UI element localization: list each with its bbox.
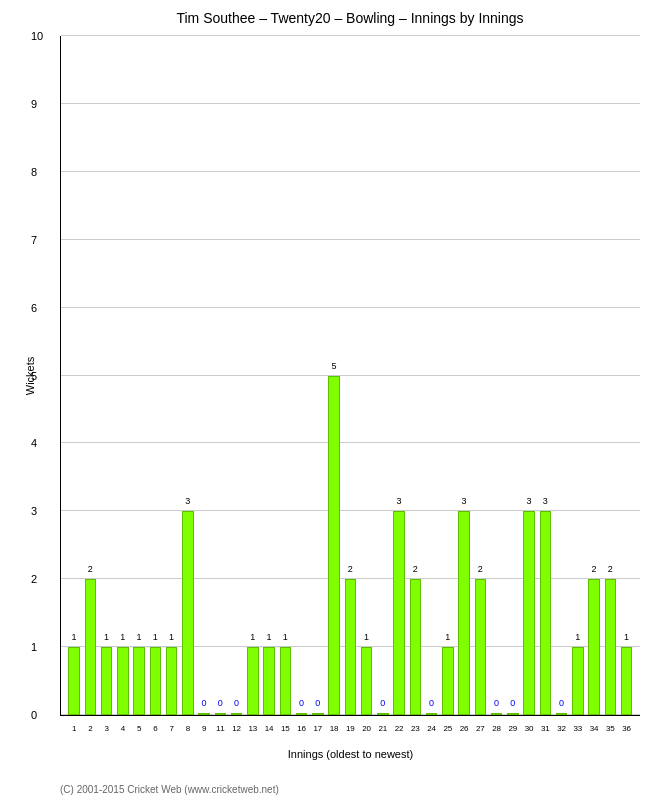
bars-wrapper: 1122131415161738090110121131141150160175… xyxy=(61,36,640,715)
bar-group: 17 xyxy=(164,36,180,715)
x-tick-label: 15 xyxy=(281,724,290,733)
bar-group: 120 xyxy=(359,36,375,715)
bar: 1 xyxy=(621,647,632,715)
x-axis-label: Innings (oldest to newest) xyxy=(61,748,640,760)
x-tick-label: 21 xyxy=(378,724,387,733)
x-tick-label: 33 xyxy=(573,724,582,733)
bar: 2 xyxy=(85,579,96,715)
bar-value-label: 0 xyxy=(202,698,207,708)
bar: 1 xyxy=(101,647,112,715)
y-tick-label: 9 xyxy=(31,98,37,110)
y-tick-label: 5 xyxy=(31,370,37,382)
x-tick-label: 4 xyxy=(121,724,125,733)
x-tick-label: 24 xyxy=(427,724,436,733)
y-tick-label: 2 xyxy=(31,573,37,585)
chart-container: Tim Southee – Twenty20 – Bowling – Innin… xyxy=(0,0,650,800)
bar-value-label: 2 xyxy=(608,564,613,574)
bar-group: 15 xyxy=(131,36,147,715)
x-tick-label: 17 xyxy=(313,724,322,733)
x-tick-label: 13 xyxy=(248,724,257,733)
bar-value-label: 2 xyxy=(478,564,483,574)
y-tick-label: 1 xyxy=(31,641,37,653)
bar-value-label: 1 xyxy=(120,632,125,642)
x-tick-label: 25 xyxy=(443,724,452,733)
y-tick-label: 8 xyxy=(31,166,37,178)
bar-value-label: 0 xyxy=(218,698,223,708)
x-tick-label: 3 xyxy=(104,724,108,733)
bar-group: 22 xyxy=(82,36,98,715)
y-tick-label: 10 xyxy=(31,30,43,42)
y-tick-label: 7 xyxy=(31,234,37,246)
bar-group: 322 xyxy=(391,36,407,715)
bar-value-label: 0 xyxy=(299,698,304,708)
bar: 1 xyxy=(263,647,274,715)
bar-group: 219 xyxy=(342,36,358,715)
bar-value-label: 1 xyxy=(364,632,369,642)
bar: 0 xyxy=(507,713,518,715)
bar: 1 xyxy=(280,647,291,715)
bar-value-label: 2 xyxy=(88,564,93,574)
bar-group: 115 xyxy=(277,36,293,715)
x-tick-label: 14 xyxy=(265,724,274,733)
bar: 2 xyxy=(410,579,421,715)
bar: 0 xyxy=(231,713,242,715)
x-tick-label: 5 xyxy=(137,724,141,733)
bar-value-label: 3 xyxy=(543,496,548,506)
y-tick-label: 0 xyxy=(31,709,37,721)
x-tick-label: 16 xyxy=(297,724,306,733)
chart-area: Wickets 11221314151617380901101211311411… xyxy=(60,36,640,716)
x-tick-label: 30 xyxy=(525,724,534,733)
bar-group: 331 xyxy=(537,36,553,715)
bar-group: 16 xyxy=(147,36,163,715)
bar: 1 xyxy=(68,647,79,715)
bar-value-label: 3 xyxy=(185,496,190,506)
y-tick-label: 4 xyxy=(31,437,37,449)
bar: 1 xyxy=(572,647,583,715)
x-tick-label: 26 xyxy=(460,724,469,733)
bar: 1 xyxy=(133,647,144,715)
x-tick-label: 23 xyxy=(411,724,420,733)
bar-value-label: 1 xyxy=(250,632,255,642)
bar-group: 09 xyxy=(196,36,212,715)
x-tick-label: 8 xyxy=(186,724,190,733)
x-tick-label: 31 xyxy=(541,724,550,733)
bar: 3 xyxy=(540,511,551,715)
bar: 2 xyxy=(605,579,616,715)
x-tick-label: 2 xyxy=(88,724,92,733)
bar-value-label: 0 xyxy=(315,698,320,708)
bar-group: 125 xyxy=(440,36,456,715)
x-tick-label: 9 xyxy=(202,724,206,733)
bar-group: 021 xyxy=(375,36,391,715)
y-tick-label: 3 xyxy=(31,505,37,517)
bar: 3 xyxy=(182,511,193,715)
bar-value-label: 2 xyxy=(413,564,418,574)
bar: 0 xyxy=(215,713,226,715)
bar-value-label: 1 xyxy=(72,632,77,642)
bar-group: 13 xyxy=(99,36,115,715)
bar: 5 xyxy=(328,376,339,716)
bar-group: 518 xyxy=(326,36,342,715)
bar: 1 xyxy=(166,647,177,715)
bar: 1 xyxy=(442,647,453,715)
bar-value-label: 3 xyxy=(527,496,532,506)
bar-value-label: 1 xyxy=(104,632,109,642)
bar-group: 136 xyxy=(619,36,635,715)
bar: 1 xyxy=(361,647,372,715)
bar-group: 114 xyxy=(261,36,277,715)
bar-group: 38 xyxy=(180,36,196,715)
x-tick-label: 18 xyxy=(330,724,339,733)
bar: 0 xyxy=(296,713,307,715)
bar: 0 xyxy=(556,713,567,715)
bar-group: 223 xyxy=(407,36,423,715)
bar-value-label: 1 xyxy=(153,632,158,642)
y-tick-label: 6 xyxy=(31,302,37,314)
bar-group: 017 xyxy=(310,36,326,715)
bar: 0 xyxy=(312,713,323,715)
x-tick-label: 20 xyxy=(362,724,371,733)
x-tick-label: 6 xyxy=(153,724,157,733)
bar: 2 xyxy=(588,579,599,715)
bar-value-label: 0 xyxy=(510,698,515,708)
copyright: (C) 2001-2015 Cricket Web (www.cricketwe… xyxy=(60,784,279,795)
bar: 0 xyxy=(198,713,209,715)
bar-value-label: 1 xyxy=(445,632,450,642)
